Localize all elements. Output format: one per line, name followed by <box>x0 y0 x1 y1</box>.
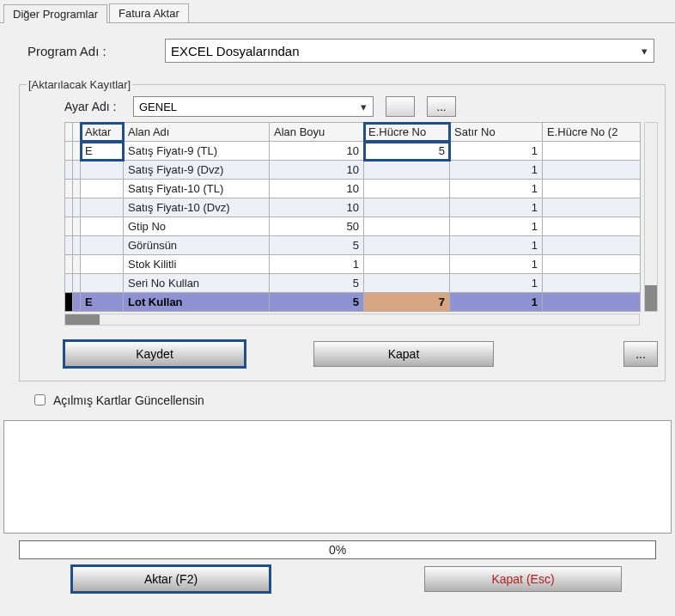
cell-hucre2[interactable] <box>543 293 641 312</box>
cell-hucre[interactable]: 7 <box>364 293 450 312</box>
cell-alan[interactable]: Gtip No <box>124 217 270 236</box>
cell-aktar[interactable] <box>81 198 124 217</box>
vertical-scrollbar[interactable] <box>644 122 658 312</box>
transfer-button[interactable]: Aktar (F2) <box>72 566 270 592</box>
records-legend: [Aktarılacak Kayıtlar] <box>27 78 132 91</box>
cell-alan[interactable]: Satış Fiyatı-10 (Dvz) <box>124 198 270 217</box>
cell-hucre2[interactable] <box>543 198 641 217</box>
cell-boy[interactable]: 5 <box>270 236 364 255</box>
cell-hucre[interactable] <box>364 180 450 198</box>
cell-satir[interactable]: 1 <box>450 142 543 161</box>
fields-grid[interactable]: Aktar Alan Adı Alan Boyu E.Hücre No Satı… <box>64 122 641 312</box>
cell-hucre2[interactable] <box>543 236 641 255</box>
tab-invoice-transfer[interactable]: Fatura Aktar <box>109 3 189 22</box>
table-row[interactable]: Satış Fiyatı-10 (TL)101 <box>65 180 641 198</box>
cell-hucre[interactable] <box>364 161 450 180</box>
table-row[interactable]: Satış Fiyatı-10 (Dvz)101 <box>65 198 641 217</box>
cell-boy[interactable]: 10 <box>270 198 364 217</box>
cell-satir[interactable]: 1 <box>450 255 543 274</box>
cell-boy[interactable]: 10 <box>270 161 364 180</box>
row-gutter <box>65 180 73 198</box>
row-gutter <box>65 161 73 180</box>
update-opened-cards-checkbox[interactable] <box>34 394 46 406</box>
grid-gutter-header <box>65 123 73 142</box>
cell-satir[interactable]: 1 <box>450 274 543 293</box>
cell-boy[interactable]: 50 <box>270 217 364 236</box>
cell-satir[interactable]: 1 <box>450 217 543 236</box>
row-gutter2 <box>73 180 81 198</box>
table-row[interactable]: ESatış Fiyatı-9 (TL)1051 <box>65 142 641 161</box>
cell-satir[interactable]: 1 <box>450 198 543 217</box>
cell-aktar[interactable] <box>81 161 124 180</box>
col-aktar[interactable]: Aktar <box>81 123 124 142</box>
table-row[interactable]: Görünsün51 <box>65 236 641 255</box>
cell-boy[interactable]: 10 <box>270 142 364 161</box>
cell-satir[interactable]: 1 <box>450 161 543 180</box>
table-row[interactable]: Gtip No501 <box>65 217 641 236</box>
row-gutter <box>65 236 73 255</box>
cell-hucre2[interactable] <box>543 217 641 236</box>
cell-hucre[interactable] <box>364 255 450 274</box>
cell-hucre2[interactable] <box>543 142 641 161</box>
cell-hucre2[interactable] <box>543 274 641 293</box>
cell-satir[interactable]: 1 <box>450 180 543 198</box>
row-gutter2 <box>73 255 81 274</box>
cell-alan[interactable]: Satış Fiyatı-10 (TL) <box>124 180 270 198</box>
cell-alan[interactable]: Seri No Kullan <box>124 274 270 293</box>
cell-hucre[interactable] <box>364 236 450 255</box>
col-hucre[interactable]: E.Hücre No <box>364 123 450 142</box>
cell-aktar[interactable] <box>81 180 124 198</box>
setting-button-2[interactable]: ... <box>427 96 456 117</box>
table-row[interactable]: Stok Kilitli11 <box>65 255 641 274</box>
more-button[interactable]: ... <box>623 341 658 367</box>
cell-alan[interactable]: Satış Fiyatı-9 (TL) <box>124 142 270 161</box>
vertical-scroll-thumb[interactable] <box>645 285 657 311</box>
cell-aktar[interactable] <box>81 255 124 274</box>
cell-hucre2[interactable] <box>543 161 641 180</box>
tab-other-programs[interactable]: Diğer Programlar <box>3 4 107 23</box>
col-satir[interactable]: Satır No <box>450 123 543 142</box>
cell-aktar[interactable] <box>81 236 124 255</box>
cell-hucre2[interactable] <box>543 180 641 198</box>
cell-aktar[interactable] <box>81 217 124 236</box>
close-esc-button[interactable]: Kapat (Esc) <box>424 566 622 592</box>
cell-aktar[interactable]: E <box>81 293 124 312</box>
table-row[interactable]: Satış Fiyatı-9 (Dvz)101 <box>65 161 641 180</box>
cell-aktar[interactable] <box>81 274 124 293</box>
cell-hucre[interactable] <box>364 217 450 236</box>
cell-boy[interactable]: 10 <box>270 180 364 198</box>
cell-satir[interactable]: 1 <box>450 236 543 255</box>
col-alan[interactable]: Alan Adı <box>124 123 270 142</box>
row-gutter2 <box>73 236 81 255</box>
row-gutter2 <box>73 142 81 161</box>
cell-aktar[interactable]: E <box>81 142 124 161</box>
cell-alan[interactable]: Görünsün <box>124 236 270 255</box>
cell-hucre[interactable]: 5 <box>364 142 450 161</box>
setting-button-1[interactable] <box>386 96 415 117</box>
row-gutter2 <box>73 198 81 217</box>
row-gutter <box>65 198 73 217</box>
setting-name-select[interactable]: GENEL <box>133 96 374 117</box>
cell-alan[interactable]: Lot Kullan <box>124 293 270 312</box>
table-row[interactable]: Seri No Kullan51 <box>65 274 641 293</box>
col-hucre2[interactable]: E.Hücre No (2 <box>543 123 641 142</box>
program-name-select[interactable]: EXCEL Dosyalarından <box>165 39 654 63</box>
horizontal-scroll-thumb[interactable] <box>65 314 100 325</box>
save-button[interactable]: Kaydet <box>64 341 245 367</box>
col-boy[interactable]: Alan Boyu <box>270 123 364 142</box>
cell-alan[interactable]: Stok Kilitli <box>124 255 270 274</box>
cell-alan[interactable]: Satış Fiyatı-9 (Dvz) <box>124 161 270 180</box>
cell-hucre2[interactable] <box>543 255 641 274</box>
cell-hucre[interactable] <box>364 198 450 217</box>
cell-boy[interactable]: 5 <box>270 274 364 293</box>
horizontal-scrollbar[interactable] <box>64 314 640 326</box>
row-gutter2 <box>73 274 81 293</box>
cell-boy[interactable]: 5 <box>270 293 364 312</box>
log-textarea[interactable] <box>3 420 672 534</box>
cell-satir[interactable]: 1 <box>450 293 543 312</box>
table-row[interactable]: ELot Kullan571 <box>65 293 641 312</box>
cell-hucre[interactable] <box>364 274 450 293</box>
cell-boy[interactable]: 1 <box>270 255 364 274</box>
progress-bar: 0% <box>19 540 656 559</box>
close-button[interactable]: Kapat <box>313 341 494 367</box>
